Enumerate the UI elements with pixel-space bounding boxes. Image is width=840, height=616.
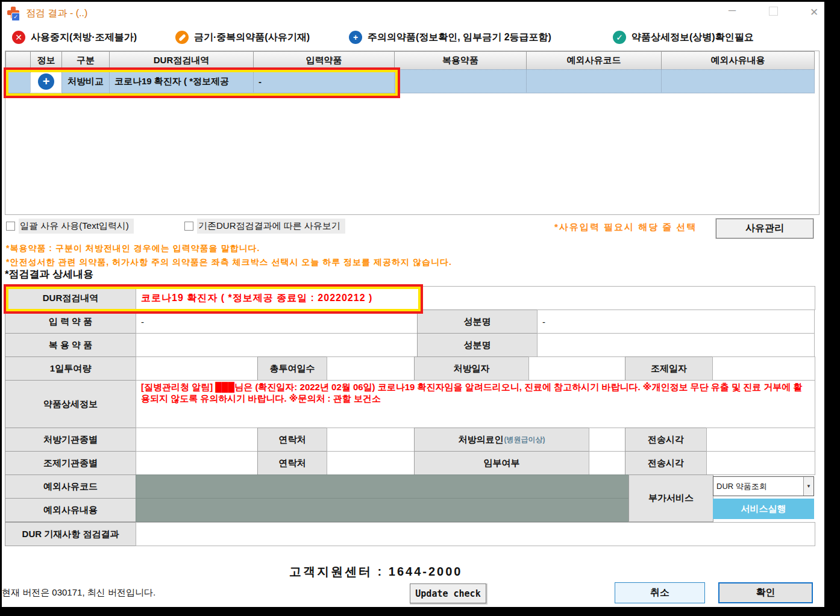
legend-stop: ✕ 사용중지(처방·조제불가) bbox=[12, 31, 137, 44]
total-days-value bbox=[327, 356, 415, 381]
rx-date-label: 처방일자 bbox=[414, 356, 529, 381]
dispense-org-value bbox=[136, 451, 258, 475]
pregnancy-label: 임부여부 bbox=[414, 451, 589, 475]
drug-info-label: 약품상세정보 bbox=[5, 380, 136, 428]
legend-forbidden: 금기·중복의약품(사유기재) bbox=[175, 31, 310, 44]
send-time-value-2 bbox=[706, 451, 815, 475]
plus-icon: + bbox=[349, 31, 362, 44]
maximize-icon[interactable] bbox=[766, 7, 780, 19]
row-info-cell[interactable]: + bbox=[30, 69, 62, 93]
app-medical-cross-icon: ✓ bbox=[7, 5, 21, 20]
header-dur-detail: DUR점검내역 bbox=[109, 51, 254, 70]
header-info: 정보 bbox=[30, 51, 62, 70]
header-gubun: 구분 bbox=[61, 51, 110, 70]
ingredient-value-1: - bbox=[537, 310, 815, 334]
service-run-button[interactable]: 서비스실행 bbox=[713, 499, 814, 519]
rx-org-label: 처방기관종별 bbox=[5, 428, 136, 452]
note-taking-drug: *복용약품 : 구분이 처방전내인 경우에는 입력약품을 말합니다. bbox=[6, 243, 260, 254]
cancel-button[interactable]: 취소 bbox=[615, 582, 705, 603]
legend-detail-check-label: 약품상세정보(상병)확인필요 bbox=[632, 31, 754, 44]
input-drug-value: - bbox=[136, 310, 418, 334]
pill-icon bbox=[175, 31, 189, 44]
contact-label-2: 연락처 bbox=[257, 451, 327, 475]
reason-manage-button[interactable]: 사유관리 bbox=[716, 219, 813, 238]
row-exc-code-cell bbox=[526, 69, 662, 93]
dur-detail-label: DUR점검내역 bbox=[5, 286, 136, 310]
dispense-date-value bbox=[712, 356, 815, 381]
send-time-label-1: 전송시각 bbox=[625, 428, 707, 452]
taking-drug-value bbox=[136, 333, 418, 357]
addon-service-selected: DUR 약품조회 bbox=[713, 477, 803, 496]
window-controls: ─ ✕ bbox=[726, 7, 821, 19]
detail-table: DUR점검내역 코로나19 확진자 ( *정보제공 종료일 : 20220212… bbox=[5, 287, 815, 546]
version-text: 현재 버전은 030171, 최신 버전입니다. bbox=[2, 587, 155, 599]
note-safety-letter: *안전성서한 관련 의약품, 허가사항 주의 의약품은 좌측 체크박스 선택시 … bbox=[6, 257, 452, 268]
exc-content-value bbox=[136, 498, 629, 522]
row-dur-detail-cell: 코로나19 확진자 ( *정보제공 bbox=[109, 69, 254, 93]
contact-label-1: 연락처 bbox=[257, 428, 327, 452]
check-icon: ✓ bbox=[613, 31, 626, 44]
pregnancy-value bbox=[589, 451, 625, 475]
rx-doctor-value bbox=[589, 428, 625, 452]
checkbox-prev-reason-label: 기존DUR점검결과에 따른 사유보기 bbox=[197, 219, 345, 234]
legend-detail-check: ✓ 약품상세정보(상병)확인필요 bbox=[613, 31, 754, 44]
legend-stop-label: 사용중지(처방·조제불가) bbox=[31, 31, 137, 44]
header-input-drug: 입력약품 bbox=[253, 51, 395, 70]
checkbox-prev-reason-box[interactable] bbox=[184, 222, 193, 231]
total-days-label: 총투여일수 bbox=[257, 356, 327, 381]
minimize-icon[interactable]: ─ bbox=[726, 7, 739, 19]
ingredient-label-2: 성분명 bbox=[417, 333, 538, 357]
close-icon[interactable]: ✕ bbox=[807, 7, 821, 19]
row-input-drug-cell: - bbox=[253, 69, 395, 93]
checkbox-prev-reason[interactable]: 기존DUR점검결과에 따른 사유보기 bbox=[184, 219, 345, 234]
contact-value-1 bbox=[327, 428, 415, 452]
daily-dose-value bbox=[136, 356, 258, 381]
row-gubun-cell: 처방비교 bbox=[61, 69, 110, 93]
header-exc-content: 예외사유내용 bbox=[661, 51, 815, 70]
title-bar: ✓ 점검 결과 - (..) ─ ✕ bbox=[2, 2, 824, 25]
legend-forbidden-label: 금기·중복의약품(사유기재) bbox=[194, 31, 310, 44]
addon-service-select[interactable]: DUR 약품조회 ▼ bbox=[713, 476, 814, 496]
exc-content-label: 예외사유내용 bbox=[5, 498, 136, 522]
dur-note-result-value bbox=[136, 522, 815, 546]
rx-doctor-label: 처방의료인(병원급이상) bbox=[414, 428, 589, 452]
update-check-button[interactable]: Update check bbox=[410, 583, 486, 603]
drug-info-alert-value: [질병관리청 알림] ███님은 (확진일자: 2022년 02월 06일) 코… bbox=[136, 380, 815, 428]
ingredient-value-2 bbox=[537, 333, 815, 357]
daily-dose-label: 1일투여량 bbox=[5, 356, 136, 381]
row-selector-cell[interactable] bbox=[5, 69, 31, 93]
dur-check-window: ✓ 점검 결과 - (..) ─ ✕ ✕ 사용중지(처방·조제불가) 금기·중복… bbox=[2, 2, 824, 607]
result-grid: 정보 구분 DUR점검내역 입력약품 복용약품 예외사유코드 예외사유내용 + … bbox=[5, 51, 820, 215]
legend-caution-label: 주의의약품(정보확인, 임부금기 2등급포함) bbox=[368, 31, 551, 44]
dispense-date-label: 조제일자 bbox=[625, 356, 713, 381]
dur-detail-value: 코로나19 확진자 ( *정보제공 종료일 : 20220212 ) bbox=[136, 286, 815, 310]
row-plus-icon[interactable]: + bbox=[38, 73, 54, 90]
send-time-value-1 bbox=[706, 428, 815, 452]
row-taking-drug-cell bbox=[394, 69, 527, 93]
legend-caution: + 주의의약품(정보확인, 임부금기 2등급포함) bbox=[349, 31, 551, 44]
detail-section-title: *점검결과 상세내용 bbox=[5, 267, 93, 281]
rx-org-value bbox=[136, 428, 258, 452]
ingredient-label-1: 성분명 bbox=[417, 310, 538, 334]
support-center-text: 고객지원센터 : 1644-2000 bbox=[289, 564, 462, 580]
send-time-label-2: 전송시각 bbox=[625, 451, 707, 475]
stop-icon: ✕ bbox=[12, 31, 25, 44]
header-taking-drug: 복용약품 bbox=[394, 51, 527, 70]
exc-code-label: 예외사유코드 bbox=[5, 474, 136, 499]
dispense-org-label: 조제기관종별 bbox=[5, 451, 136, 475]
contact-value-2 bbox=[327, 451, 415, 475]
confirm-button[interactable]: 확인 bbox=[718, 582, 813, 603]
rx-date-value bbox=[528, 356, 625, 381]
checkbox-batch-reason-label: 일괄 사유 사용(Text입력시) bbox=[19, 219, 134, 234]
app-check-badge-icon: ✓ bbox=[11, 13, 20, 21]
addon-service-label: 부가서비스 bbox=[628, 474, 713, 522]
checkbox-batch-reason-box[interactable] bbox=[6, 222, 15, 231]
taking-drug-label: 복 용 약 품 bbox=[5, 333, 136, 357]
input-drug-label: 입 력 약 품 bbox=[5, 310, 136, 334]
reason-input-hint: *사유입력 필요시 해당 줄 선택 bbox=[554, 222, 697, 233]
chevron-down-icon[interactable]: ▼ bbox=[803, 477, 813, 496]
header-exc-code: 예외사유코드 bbox=[526, 51, 662, 70]
rx-doctor-sub-label: (병원급이상) bbox=[504, 435, 545, 445]
checkbox-batch-reason[interactable]: 일괄 사유 사용(Text입력시) bbox=[6, 219, 134, 234]
table-row[interactable]: + 처방비교 코로나19 확진자 ( *정보제공 - bbox=[5, 70, 819, 93]
